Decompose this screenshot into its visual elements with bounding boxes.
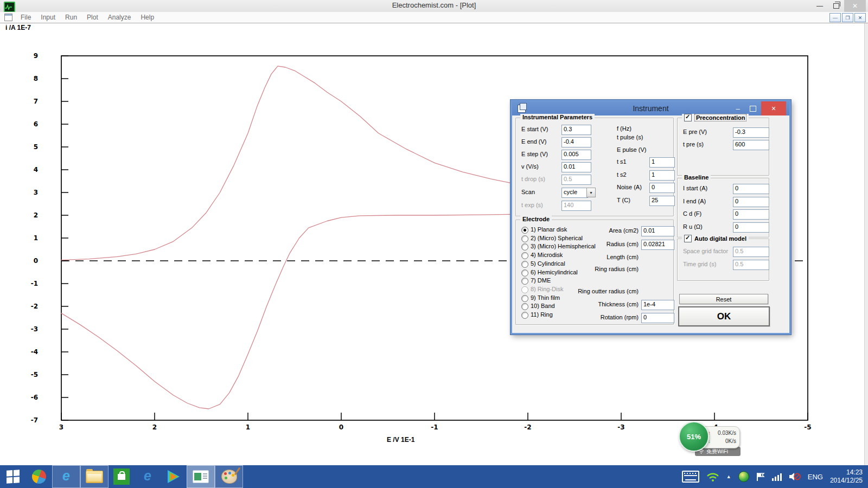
- minimize-button[interactable]: —: [812, 0, 828, 12]
- ok-button[interactable]: OK: [678, 306, 770, 326]
- label-v-v-s: v (V/s): [521, 163, 539, 170]
- t-c-input[interactable]: 25: [649, 196, 675, 206]
- auto-digital-model-checkbox[interactable]: [684, 235, 692, 242]
- preconcentration-checkbox[interactable]: [684, 114, 692, 121]
- internet-explorer-icon: e: [62, 468, 70, 484]
- restore-icon: [833, 3, 839, 9]
- electrode-radio-11[interactable]: [521, 312, 528, 319]
- e-end-v-input[interactable]: -0.4: [561, 137, 591, 147]
- label-t-drop-s: t drop (s): [521, 176, 545, 182]
- t-exp-s-input[interactable]: 140: [561, 201, 591, 211]
- restore-button[interactable]: [828, 0, 844, 12]
- dialog-close-button[interactable]: ×: [761, 101, 786, 115]
- t-drop-s-input[interactable]: 0.5: [561, 175, 591, 185]
- electrode-radio-1[interactable]: [521, 227, 528, 234]
- thickness-cm-input[interactable]: 1e-4: [641, 300, 674, 310]
- label-length-cm: Length (cm): [548, 254, 639, 260]
- label-t-exp-s: t exp (s): [521, 202, 543, 208]
- menu-input[interactable]: Input: [36, 14, 60, 21]
- electrode-radio-10[interactable]: [521, 303, 528, 310]
- space-grid-factor-input[interactable]: 0.5: [733, 247, 769, 257]
- memory-usage-ball[interactable]: 51%: [679, 421, 709, 452]
- paint-brush-icon: [234, 467, 240, 476]
- scan-select[interactable]: cycle: [561, 188, 588, 198]
- y-tick-label: 6: [34, 120, 38, 128]
- r-u-input[interactable]: 0: [733, 222, 769, 233]
- e-pre-v-input[interactable]: -0.3: [733, 127, 769, 138]
- electrode-option-9[interactable]: 9) Thin film: [531, 294, 560, 301]
- taskbar-item-internet-explorer[interactable]: e: [52, 465, 80, 488]
- electrode-radio-6[interactable]: [521, 269, 528, 277]
- volume-muted-icon[interactable]: [789, 472, 801, 481]
- noise-a-input[interactable]: 0: [649, 183, 675, 193]
- electrode-radio-4[interactable]: [521, 252, 528, 259]
- menu-analyze[interactable]: Analyze: [103, 14, 136, 21]
- electrode-radio-9[interactable]: [521, 295, 528, 302]
- taskbar-item-ie-desktop[interactable]: e: [135, 465, 161, 488]
- radius-cm-input[interactable]: 0.02821: [641, 240, 674, 250]
- upload-speed: 0.03K/s: [718, 429, 736, 437]
- electrode-radio-5[interactable]: [521, 261, 528, 268]
- taskbar-item-paint[interactable]: [215, 465, 243, 488]
- child-restore-button[interactable]: ❐: [842, 13, 853, 22]
- electrode-radio-3[interactable]: [521, 243, 528, 251]
- start-button[interactable]: [0, 465, 26, 488]
- instrumental-parameters-group: Instrumental Parameters E start (V)0.3E …: [515, 118, 674, 216]
- label-t-pulse-s: t pulse (s): [617, 134, 643, 140]
- child-close-button[interactable]: ✕: [854, 13, 866, 22]
- close-button[interactable]: ✕: [844, 0, 866, 12]
- i-start-a-input[interactable]: 0: [733, 184, 769, 194]
- electrode-radio-7[interactable]: [521, 278, 528, 285]
- paint-icon: [221, 470, 237, 484]
- t-s2-input[interactable]: 1: [649, 170, 675, 181]
- system-tray: ▲ ENG 14:23 2014/12/25: [682, 465, 868, 488]
- touch-keyboard-icon[interactable]: [682, 471, 699, 483]
- time-grid-s-input[interactable]: 0.5: [733, 260, 769, 270]
- e-start-v-input[interactable]: 0.3: [561, 125, 591, 135]
- preconcentration-group: Preconcentration E pre (V)-0.3t pre (s)6…: [677, 118, 769, 176]
- action-center-flag-icon[interactable]: [756, 472, 765, 481]
- y-tick-label: 5: [34, 143, 38, 151]
- baseline-group: Baseline I start (A)0I end (A)0C d (F)0R…: [677, 178, 769, 237]
- tray-time: 14:23: [830, 468, 863, 477]
- label-t-s1: t s1: [617, 158, 627, 165]
- x-tick-label: 1: [246, 423, 250, 431]
- child-minimize-button[interactable]: —: [829, 13, 841, 22]
- c-d-f-input[interactable]: 0: [733, 209, 769, 220]
- clock[interactable]: 14:23 2014/12/25: [830, 468, 863, 485]
- label-e-start-v: E start (V): [521, 126, 548, 132]
- signal-strength-icon[interactable]: [772, 473, 782, 481]
- electrode-option-7[interactable]: 7) DME: [531, 277, 551, 284]
- language-indicator[interactable]: ENG: [808, 473, 823, 481]
- taskbar-item-electrochemist[interactable]: [187, 465, 215, 488]
- t-pre-s-input[interactable]: 600: [733, 140, 769, 150]
- antivirus-tray-icon[interactable]: [738, 471, 749, 482]
- wifi-tray-icon[interactable]: [706, 472, 719, 481]
- taskbar-item-tencent-video[interactable]: [161, 465, 187, 488]
- v-v-s-input[interactable]: 0.01: [561, 162, 591, 172]
- reset-button[interactable]: Reset: [679, 294, 768, 304]
- label-time-grid-s: Time grid (s): [683, 261, 716, 267]
- rotation-rpm-input[interactable]: 0: [641, 313, 674, 323]
- menu-run[interactable]: Run: [60, 14, 82, 21]
- area-cm2-input[interactable]: 0.01: [641, 226, 674, 236]
- electrode-radio-2[interactable]: [521, 235, 528, 242]
- combo-arrow-icon[interactable]: ▼: [586, 188, 596, 197]
- taskbar-item-windows-store[interactable]: [108, 465, 135, 488]
- t-s1-input[interactable]: 1: [649, 157, 675, 168]
- menu-plot[interactable]: Plot: [82, 14, 103, 21]
- y-tick-label: 9: [34, 52, 38, 60]
- i-end-a-input[interactable]: 0: [733, 197, 769, 207]
- y-tick-label: -5: [31, 371, 38, 378]
- label-area-cm2: Area (cm2): [548, 227, 639, 234]
- menu-help[interactable]: Help: [136, 14, 159, 21]
- taskbar-item-file-explorer[interactable]: [80, 465, 108, 488]
- taskbar-item-browser-pinwheel[interactable]: [26, 465, 52, 488]
- electrode-option-2[interactable]: 2) (Micro) Spherical: [531, 235, 583, 241]
- file-explorer-icon: [86, 471, 103, 483]
- hidden-icons-arrow[interactable]: ▲: [726, 474, 731, 479]
- label-f-hz: f (Hz): [617, 125, 631, 132]
- y-tick-label: 3: [34, 189, 38, 196]
- menu-file[interactable]: File: [16, 14, 36, 21]
- e-step-v-input[interactable]: 0.005: [561, 150, 591, 160]
